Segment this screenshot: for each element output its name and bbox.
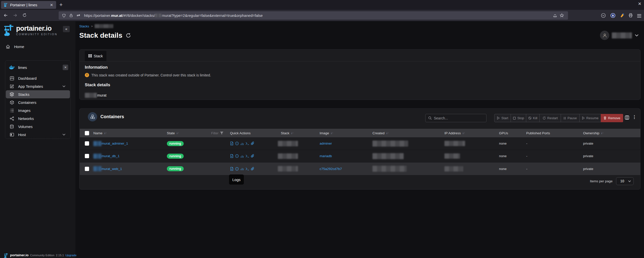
state-filter[interactable]: Filter	[211, 131, 223, 135]
column-ip[interactable]: IP Address↓↑	[444, 131, 499, 135]
image-link[interactable]: mariadb	[320, 154, 332, 158]
row-checkbox[interactable]	[85, 167, 89, 171]
state-badge: running	[167, 166, 184, 171]
lock-icon[interactable]	[69, 14, 73, 17]
name-redacted	[93, 154, 101, 159]
breadcrumb-stacks-link[interactable]: Stacks	[79, 24, 89, 28]
pause-button[interactable]: Pause	[561, 114, 580, 122]
sidebar-item-volumes[interactable]: Volumes	[5, 122, 70, 131]
kebab-menu-icon[interactable]: ⋮	[632, 114, 636, 120]
refresh-icon[interactable]	[126, 33, 131, 38]
select-all-checkbox[interactable]	[85, 131, 89, 135]
start-button[interactable]: Start	[495, 114, 511, 122]
pocket-icon[interactable]	[601, 13, 606, 18]
exec-console-icon[interactable]	[245, 167, 249, 170]
sort-icons: ↓↑	[291, 131, 293, 135]
column-stack[interactable]: Stack↓↑	[281, 131, 320, 135]
url-bar[interactable]: https://portainer.mur.at/#!/6/docker/sta…	[59, 11, 568, 20]
sidebar-item-dashboard[interactable]: Dashboard	[5, 74, 70, 82]
bookmark-star-icon[interactable]	[560, 13, 564, 18]
attach-icon[interactable]	[251, 154, 254, 158]
tab-close-icon[interactable]: ✕	[49, 3, 54, 7]
url-text: https://portainer.mur.at/#!/6/docker/sta…	[84, 13, 553, 18]
browser-tab-bar: Portainer | limes ✕ + ✕	[0, 0, 644, 10]
search-input[interactable]	[434, 116, 482, 120]
attach-icon[interactable]	[251, 167, 254, 171]
sidebar-item-app-templates[interactable]: App Templates	[5, 82, 70, 90]
play-icon	[497, 116, 500, 120]
stats-icon[interactable]	[240, 167, 244, 170]
sidebar-item-stacks[interactable]: Stacks	[6, 90, 70, 98]
footer-version: 2.15.1	[56, 254, 64, 257]
items-per-page-select[interactable]: 10	[616, 177, 634, 185]
sidebar-item-home[interactable]: Home	[0, 42, 75, 51]
containers-widget: Containers Start Stop Kill Restart Pause…	[79, 108, 640, 190]
window-close-icon[interactable]: ✕	[638, 1, 641, 7]
permissions-icon[interactable]	[76, 13, 81, 18]
tab-stack[interactable]: Stack	[85, 51, 106, 61]
logs-icon[interactable]	[230, 167, 234, 171]
browser-tab[interactable]: Portainer | limes ✕	[1, 1, 56, 9]
volumes-icon	[9, 124, 15, 129]
breadcrumb: Stacks >	[79, 24, 113, 28]
column-image[interactable]: Image↓↑	[320, 131, 372, 135]
environment-header[interactable]: limes ✕	[5, 64, 70, 71]
sidebar-item-images[interactable]: Images	[5, 106, 70, 114]
stop-button[interactable]: Stop	[511, 114, 526, 122]
columns-settings-icon[interactable]	[625, 115, 629, 120]
back-button[interactable]	[4, 13, 8, 18]
quick-actions	[230, 142, 281, 145]
sidebar-collapse-button[interactable]: «	[63, 26, 70, 32]
column-name[interactable]: Name↓↑	[93, 131, 167, 135]
page-title: Stack details	[79, 31, 131, 39]
column-ownership[interactable]: Ownership↓↑	[583, 131, 640, 135]
exec-console-icon[interactable]	[245, 142, 249, 145]
container-name-link[interactable]: murat_web_1	[101, 167, 122, 171]
dashboard-icon	[9, 76, 15, 80]
sort-icons: ↓↑	[462, 131, 465, 135]
forward-button[interactable]	[13, 13, 17, 18]
inspect-icon[interactable]	[235, 167, 239, 171]
new-tab-button[interactable]: +	[59, 2, 63, 8]
quick-actions	[230, 154, 281, 158]
stats-icon[interactable]	[240, 142, 244, 145]
row-checkbox[interactable]	[85, 141, 89, 146]
extension-pencil-icon[interactable]	[620, 13, 625, 18]
sidebar-item-networks[interactable]: Networks	[5, 114, 70, 122]
row-checkbox[interactable]	[85, 154, 89, 158]
tab-title: Portainer | limes	[10, 3, 49, 7]
stats-icon[interactable]	[240, 154, 244, 158]
search-box[interactable]	[425, 114, 486, 122]
remove-button[interactable]: Remove	[601, 114, 623, 122]
reload-button[interactable]	[22, 13, 27, 17]
environment-close-icon[interactable]: ✕	[63, 65, 68, 70]
kill-button[interactable]: Kill	[526, 114, 540, 122]
inspect-icon[interactable]	[235, 142, 239, 145]
save-to-device-icon[interactable]	[553, 13, 557, 18]
column-state[interactable]: State↓↑Filter	[167, 131, 230, 135]
exec-console-icon[interactable]	[245, 154, 249, 158]
column-created[interactable]: Created↓↑	[372, 131, 444, 135]
logs-icon[interactable]	[230, 142, 234, 145]
user-menu[interactable]	[600, 31, 638, 40]
logs-icon[interactable]	[230, 154, 234, 158]
shield-icon[interactable]	[62, 14, 66, 18]
image-link[interactable]: adminer	[320, 142, 332, 145]
quick-actions	[230, 167, 281, 171]
inspect-icon[interactable]	[235, 154, 239, 158]
footer-upgrade-link[interactable]: Upgrade	[65, 254, 77, 257]
sidebar-item-host[interactable]: Host	[5, 131, 70, 139]
container-name-link[interactable]: murat_adminer_1	[101, 142, 128, 145]
container-name-link[interactable]: murat_db_1	[101, 154, 120, 158]
sidebar-item-containers[interactable]: Containers	[5, 98, 70, 106]
menu-hamburger-icon[interactable]	[637, 14, 641, 18]
extension-lock-icon[interactable]	[610, 13, 616, 18]
stack-details-heading: Stack details	[85, 82, 110, 87]
restart-button[interactable]: Restart	[540, 114, 561, 122]
image-link[interactable]: c75a292cd7b7	[320, 167, 342, 171]
stack-widget: Stack Information ! This stack was creat…	[79, 49, 640, 100]
resume-button[interactable]: Resume	[580, 114, 601, 122]
table-row: murat_adminer_1 running adminer none -	[80, 137, 640, 150]
print-icon[interactable]	[628, 13, 633, 18]
attach-icon[interactable]	[251, 142, 254, 145]
